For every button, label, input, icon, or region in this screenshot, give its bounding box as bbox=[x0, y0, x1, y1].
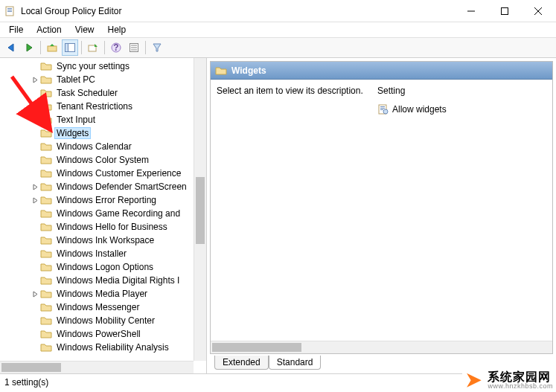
policy-tree[interactable]: Sync your settingsTablet PCTask Schedule… bbox=[0, 58, 206, 354]
menu-bar: File Action View Help bbox=[0, 22, 556, 37]
folder-icon bbox=[40, 168, 52, 179]
svg-rect-5 bbox=[501, 7, 508, 14]
tree-item[interactable]: Windows Color System bbox=[0, 153, 206, 167]
tree-item-label: Windows Installer bbox=[55, 248, 128, 259]
folder-icon bbox=[215, 65, 227, 76]
folder-icon bbox=[40, 115, 52, 125]
tree-item[interactable]: Tenant Restrictions bbox=[0, 100, 206, 113]
tree-item[interactable]: Windows Messenger bbox=[0, 301, 206, 314]
show-hide-tree-button[interactable] bbox=[62, 39, 78, 56]
folder-icon bbox=[40, 315, 52, 326]
app-icon bbox=[4, 5, 16, 17]
maximize-button[interactable] bbox=[488, 1, 521, 22]
tree-item[interactable]: Windows Error Reporting bbox=[0, 193, 206, 207]
tree-item[interactable]: Windows Reliability Analysis bbox=[0, 341, 206, 354]
menu-help[interactable]: Help bbox=[102, 23, 132, 36]
forward-button[interactable] bbox=[21, 39, 37, 56]
scrollbar-thumb[interactable] bbox=[212, 343, 301, 352]
svg-rect-20 bbox=[380, 108, 385, 109]
close-button[interactable] bbox=[521, 1, 555, 22]
tree-item-label: Windows Calendar bbox=[55, 141, 133, 152]
tree-item[interactable]: Sync your settings bbox=[0, 60, 206, 73]
scrollbar-thumb[interactable] bbox=[196, 177, 205, 244]
folder-icon bbox=[40, 262, 52, 272]
details-hint: Select an item to view its description. bbox=[217, 86, 365, 96]
tree-item[interactable]: Windows Logon Options bbox=[0, 260, 206, 274]
tree-item[interactable]: Windows Hello for Business bbox=[0, 220, 206, 234]
details-settings-column: Setting Allow widgets bbox=[377, 86, 546, 347]
details-horizontal-scrollbar[interactable] bbox=[211, 341, 552, 353]
folder-icon bbox=[40, 248, 52, 259]
tree-item[interactable]: Windows Defender SmartScreen bbox=[0, 180, 206, 193]
folder-icon bbox=[40, 88, 52, 98]
tree-item[interactable]: Windows Installer bbox=[0, 247, 206, 260]
folder-icon bbox=[40, 128, 52, 138]
folder-icon bbox=[40, 329, 52, 339]
properties-button[interactable] bbox=[126, 39, 142, 56]
tree-item-label: Windows Color System bbox=[55, 155, 150, 165]
svg-rect-8 bbox=[48, 46, 57, 51]
folder-icon bbox=[40, 222, 52, 232]
filter-button[interactable] bbox=[149, 39, 165, 56]
chevron-right-icon[interactable] bbox=[30, 77, 40, 83]
scrollbar-thumb[interactable] bbox=[1, 363, 61, 372]
details-header: Widgets bbox=[211, 62, 552, 80]
menu-action[interactable]: Action bbox=[31, 23, 67, 36]
tree-item[interactable]: Windows Game Recording and bbox=[0, 207, 206, 220]
watermark: 系统家园网 www.hnzkhbsb.com bbox=[462, 369, 556, 392]
folder-icon bbox=[40, 141, 52, 152]
tree-item-label: Task Scheduler bbox=[55, 88, 119, 98]
up-button[interactable] bbox=[44, 39, 60, 56]
tree-item-label: Text Input bbox=[55, 115, 97, 125]
menu-view[interactable]: View bbox=[69, 23, 100, 36]
tree-item[interactable]: Tablet PC bbox=[0, 73, 206, 86]
policy-setting-icon bbox=[377, 103, 389, 115]
tree-item[interactable]: Windows Calendar bbox=[0, 140, 206, 153]
tree-item[interactable]: Windows Ink Workspace bbox=[0, 234, 206, 247]
tree-item-label: Windows Messenger bbox=[55, 302, 141, 312]
toolbar-separator bbox=[145, 41, 146, 54]
folder-icon bbox=[40, 195, 52, 205]
tree-item[interactable]: Windows Customer Experience bbox=[0, 167, 206, 180]
setting-row[interactable]: Allow widgets bbox=[377, 102, 546, 117]
export-button[interactable] bbox=[85, 39, 101, 56]
tree-item[interactable]: Widgets bbox=[0, 126, 206, 140]
tree-item[interactable]: Task Scheduler bbox=[0, 86, 206, 100]
minimize-button[interactable] bbox=[454, 1, 488, 22]
tree-item-label: Windows Defender SmartScreen bbox=[55, 181, 188, 192]
folder-icon bbox=[40, 275, 52, 286]
folder-icon bbox=[40, 101, 52, 112]
tree-item-label: Windows Error Reporting bbox=[55, 195, 158, 205]
tab-standard[interactable]: Standard bbox=[269, 356, 322, 370]
column-header-setting[interactable]: Setting bbox=[377, 86, 546, 102]
svg-point-22 bbox=[383, 109, 388, 114]
tree-item[interactable]: Windows Media Digital Rights I bbox=[0, 274, 206, 287]
tree-item[interactable]: Windows PowerShell bbox=[0, 327, 206, 341]
help-button[interactable]: ? bbox=[108, 39, 124, 56]
back-button[interactable] bbox=[3, 39, 19, 56]
toolbar-separator bbox=[81, 41, 82, 54]
tree-item-label: Widgets bbox=[55, 128, 90, 138]
chevron-right-icon[interactable] bbox=[30, 197, 40, 204]
tree-item-label: Windows Ink Workspace bbox=[55, 235, 156, 245]
menu-file[interactable]: File bbox=[3, 23, 29, 36]
tree-item[interactable]: Windows Media Player bbox=[0, 287, 206, 301]
tree-item[interactable]: Text Input bbox=[0, 113, 206, 126]
details-description-column: Select an item to view its description. bbox=[217, 86, 365, 347]
setting-label: Allow widgets bbox=[392, 104, 447, 115]
tree-item-label: Tablet PC bbox=[55, 74, 97, 85]
chevron-right-icon[interactable] bbox=[30, 184, 40, 190]
chevron-right-icon[interactable] bbox=[30, 291, 40, 298]
tree-item-label: Windows Customer Experience bbox=[55, 168, 182, 179]
tree-item[interactable]: Windows Mobility Center bbox=[0, 314, 206, 327]
folder-icon bbox=[40, 74, 52, 85]
svg-rect-19 bbox=[380, 106, 385, 107]
tree-vertical-scrollbar[interactable] bbox=[194, 58, 206, 361]
tree-item-label: Sync your settings bbox=[55, 61, 131, 71]
tree-item-label: Windows Media Player bbox=[55, 289, 149, 299]
tab-extended[interactable]: Extended bbox=[214, 356, 269, 370]
watermark-logo-icon bbox=[462, 371, 483, 389]
svg-text:?: ? bbox=[113, 42, 118, 53]
details-frame: Widgets Select an item to view its descr… bbox=[210, 61, 553, 354]
tree-horizontal-scrollbar[interactable] bbox=[0, 361, 194, 373]
